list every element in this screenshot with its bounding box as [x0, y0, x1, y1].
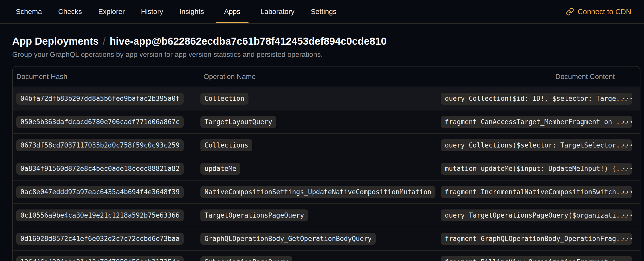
page-header: App Deployments/hive-app@b622862ecdba7c6…: [0, 35, 644, 59]
column-header-document-content: Document Content: [555, 73, 615, 81]
nav-tab-laboratory[interactable]: Laboratory: [256, 0, 299, 23]
document-content-badge: query Collections($selector: TargetSelec…: [441, 139, 632, 151]
operation-name-badge: NativeCompositionSettings_UpdateNativeCo…: [200, 186, 435, 198]
document-hash-badge: 04bfa72dfb83b297dd8a5b6fed9bafac2b395a0f: [16, 93, 184, 105]
operation-name-badge: TargetOperationsPageQuery: [200, 209, 308, 221]
page-subtitle: Group your GraphQL operations by app ver…: [12, 50, 632, 59]
operation-name-badge: TargetLayoutQuery: [200, 116, 276, 128]
document-hash-badge: 0d16928d8572c41ef6e032d2c7c72ccbd6e73baa: [16, 233, 184, 245]
nav-tab-checks[interactable]: Checks: [54, 0, 86, 23]
breadcrumb-app-id: hive-app@b622862ecdba7c61b78f412453def89…: [110, 36, 387, 47]
document-content-badge: fragment GraphQLOperationBody_OperationF…: [441, 233, 632, 245]
row-menu-button[interactable]: [620, 164, 635, 173]
main-content: App Deployments/hive-app@b622862ecdba7c6…: [0, 35, 644, 261]
row-menu-button[interactable]: [620, 94, 635, 103]
document-hash-badge: 0ac8e047eddd97a97eac6435a4b694f4e3648f39: [16, 186, 184, 198]
document-hash-badge: 0673df58cd7037117035b2d0c758f59c0c93c259: [16, 139, 184, 151]
nav-tab-settings[interactable]: Settings: [306, 0, 341, 23]
document-hash-badge: 126d46a4284abe31c13c78f7959d56eeb21725dc: [16, 256, 184, 261]
document-content-badge: fragment CanAccessTarget_MemberFragment …: [441, 116, 632, 128]
nav-tab-schema[interactable]: Schema: [11, 0, 46, 23]
table-row: 04bfa72dfb83b297dd8a5b6fed9bafac2b395a0f…: [13, 87, 640, 110]
document-content-badge: fragment BillingView_OrganizationFragmen…: [441, 256, 632, 261]
table-row: 0a834f91560d872e8c4bec0ade18ceec88821a82…: [13, 157, 640, 180]
row-menu-button[interactable]: [620, 258, 635, 261]
document-hash-badge: 0a834f91560d872e8c4bec0ade18ceec88821a82: [16, 163, 184, 175]
table-row: 0673df58cd7037117035b2d0c758f59c0c93c259…: [13, 133, 640, 157]
document-hash-badge: 050e5b363dafdcacd6780e706cadf771d06a867c: [16, 116, 184, 128]
table-row: 0ac8e047eddd97a97eac6435a4b694f4e3648f39…: [13, 180, 640, 203]
nav-tab-history[interactable]: History: [137, 0, 167, 23]
document-content-badge: query TargetOperationsPageQuery($organiz…: [441, 209, 632, 221]
breadcrumb-separator: /: [103, 36, 106, 47]
table-row: 0c10556a9be4ca30e19e21c1218a592b75e63366…: [13, 203, 640, 227]
document-content-badge: fragment IncrementalNativeCompositionSwi…: [441, 186, 632, 198]
document-content-badge: mutation updateMe($input: UpdateMeInput!…: [441, 163, 632, 175]
table-header: Document Hash Operation Name Document Co…: [13, 67, 640, 87]
nav-tab-apps[interactable]: Apps: [216, 0, 248, 23]
document-hash-badge: 0c10556a9be4ca30e19e21c1218a592b75e63366: [16, 209, 184, 221]
row-menu-button[interactable]: [620, 118, 635, 126]
connect-to-cdn-button[interactable]: Connect to CDN: [566, 8, 631, 16]
nav-tab-explorer[interactable]: Explorer: [94, 0, 129, 23]
row-menu-button[interactable]: [620, 141, 635, 150]
page-title: App Deployments/hive-app@b622862ecdba7c6…: [12, 35, 632, 47]
breadcrumb-section[interactable]: App Deployments: [12, 36, 99, 47]
nav-tab-insights[interactable]: Insights: [175, 0, 208, 23]
row-menu-button[interactable]: [620, 211, 635, 220]
row-menu-button[interactable]: [620, 234, 635, 243]
operation-name-badge: updateMe: [200, 163, 240, 175]
operation-name-badge: SubscriptionPageQuery: [200, 256, 292, 261]
table-row: 126d46a4284abe31c13c78f7959d56eeb21725dc…: [13, 250, 640, 261]
link-icon: [566, 8, 574, 16]
column-header-document-hash: Document Hash: [13, 73, 200, 81]
row-menu-button[interactable]: [620, 188, 635, 196]
top-nav: Schema Checks Explorer History Insights …: [0, 0, 644, 24]
operation-name-badge: GraphQLOperationBody_GetOperationBodyQue…: [200, 233, 376, 245]
connect-to-cdn-label: Connect to CDN: [578, 8, 631, 16]
operation-name-badge: Collections: [200, 139, 252, 151]
deployments-table: Document Hash Operation Name Document Co…: [12, 66, 640, 261]
table-row: 0d16928d8572c41ef6e032d2c7c72ccbd6e73baa…: [13, 227, 640, 250]
operation-name-badge: Collection: [200, 93, 248, 105]
table-row: 050e5b363dafdcacd6780e706cadf771d06a867c…: [13, 110, 640, 133]
document-content-badge: query Collection($id: ID!, $selector: Ta…: [441, 93, 632, 105]
column-header-operation-name: Operation Name: [200, 73, 437, 81]
